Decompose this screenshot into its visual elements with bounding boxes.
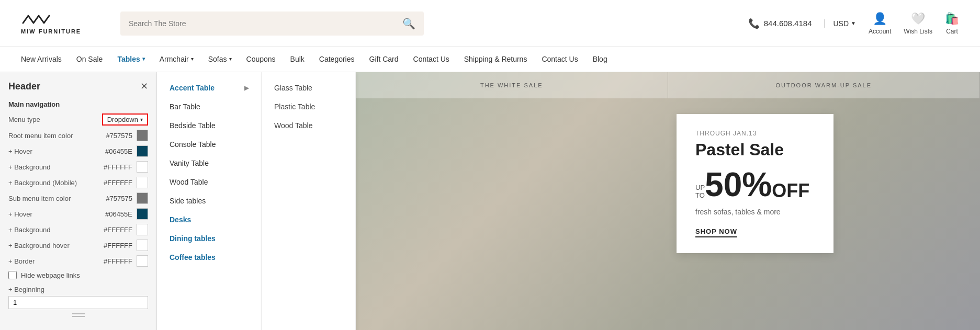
menu-item-wood-table[interactable]: Wood Table: [157, 173, 261, 191]
search-input[interactable]: [129, 19, 402, 28]
menu-item-dining-tables[interactable]: Dining tables: [157, 229, 261, 248]
menu-item-bedside-table[interactable]: Bedside Table: [157, 116, 261, 135]
wishlist-button[interactable]: 🤍 Wish Lists: [904, 12, 932, 35]
tables-menu: Accent Table ▶ Bar Table Bedside Table C…: [157, 72, 262, 330]
sub-hover-value: #06455E: [96, 210, 132, 218]
bag-icon: 🛍️: [945, 12, 959, 26]
nav-item-armchair[interactable]: Armchair ▾: [160, 47, 194, 72]
search-bar: 🔍: [120, 12, 424, 36]
background-row: + Background #FFFFFF: [8, 161, 148, 173]
left-panel: Header ✕ Main navigation Menu type Dropd…: [0, 72, 157, 330]
beginning-section: + Beginning: [8, 285, 148, 309]
brand-name: MIW FURNITURE: [21, 28, 81, 35]
root-color-swatch[interactable]: [137, 130, 148, 141]
border-swatch[interactable]: [137, 255, 148, 267]
hero-area: THE WHITE SALE OUTDOOR WARM-UP SALE THRO…: [356, 72, 980, 330]
shop-now-button[interactable]: SHOP NOW: [695, 227, 737, 237]
wishlist-label: Wish Lists: [904, 28, 932, 35]
hero-background: [356, 72, 980, 330]
menu-item-side-tables[interactable]: Side tables: [157, 191, 261, 210]
background-hover-row: + Background hover #FFFFFF: [8, 240, 148, 251]
phone-number: 844.608.4184: [764, 19, 812, 28]
account-button[interactable]: 👤 Account: [869, 12, 891, 35]
nav-item-contact-2[interactable]: Contact Us: [542, 47, 578, 72]
header-right: 📞 844.608.4184 USD ▼ 👤 Account 🤍 Wish Li…: [748, 12, 959, 35]
hover-swatch[interactable]: [137, 145, 148, 157]
background-swatch[interactable]: [137, 161, 148, 173]
sub-hover-row: + Hover #06455E: [8, 208, 148, 220]
nav-item-shipping[interactable]: Shipping & Returns: [464, 47, 527, 72]
hide-links-checkbox[interactable]: [8, 271, 17, 279]
background-mobile-label: + Background (Mobile): [8, 179, 92, 187]
nav-item-bulk[interactable]: Bulk: [290, 47, 305, 72]
promo-upto: UP TO: [695, 184, 705, 199]
promo-date: THROUGH JAN.13: [695, 130, 815, 137]
background-mobile-swatch[interactable]: [137, 177, 148, 188]
nav-item-on-sale[interactable]: On Sale: [76, 47, 103, 72]
sub-hover-swatch[interactable]: [137, 208, 148, 220]
close-panel-button[interactable]: ✕: [140, 81, 148, 92]
menu-item-vanity-table[interactable]: Vanity Table: [157, 154, 261, 173]
banner-outdoor-sale: OUTDOOR WARM-UP SALE: [668, 72, 981, 98]
promo-title: Pastel Sale: [695, 140, 815, 160]
promo-percent: 50%: [705, 168, 772, 201]
beginning-input[interactable]: [8, 296, 148, 309]
border-value: #FFFFFF: [96, 257, 132, 265]
nav-item-categories[interactable]: Categories: [319, 47, 355, 72]
scrollbar-lines: [72, 313, 85, 317]
sub-color-row: Sub menu item color #757575: [8, 192, 148, 204]
search-icon[interactable]: 🔍: [402, 17, 415, 30]
nav-item-tables[interactable]: Tables ▾: [117, 47, 144, 72]
panel-header: Header ✕: [8, 81, 148, 92]
beginning-label: + Beginning: [8, 286, 44, 293]
menu-item-bar-table[interactable]: Bar Table: [157, 97, 261, 116]
main-layout: Header ✕ Main navigation Menu type Dropd…: [0, 72, 980, 330]
hover-row: + Hover #06455E: [8, 145, 148, 157]
promo-discount: UP TO 50% OFF: [695, 168, 815, 201]
background-hover-swatch[interactable]: [137, 240, 148, 251]
hide-links-label: Hide webpage links: [21, 271, 80, 279]
menu-item-coffee-tables[interactable]: Coffee tables: [157, 248, 261, 267]
background-mobile-row: + Background (Mobile) #FFFFFF: [8, 177, 148, 188]
tables-caret-icon: ▾: [142, 56, 145, 62]
nav-item-gift-card[interactable]: Gift Card: [369, 47, 399, 72]
border-row: + Border #FFFFFF: [8, 255, 148, 267]
root-color-value: #757575: [96, 132, 132, 140]
sub-color-swatch[interactable]: [137, 192, 148, 204]
sofas-caret-icon: ▾: [229, 56, 232, 62]
nav-item-contact-1[interactable]: Contact Us: [413, 47, 449, 72]
submenu-item-glass-table[interactable]: Glass Table: [262, 78, 355, 97]
logo[interactable]: MIW FURNITURE: [21, 12, 105, 35]
accent-table-submenu: Glass Table Plastic Table Wood Table: [262, 72, 356, 330]
armchair-caret-icon: ▾: [191, 56, 194, 62]
menu-item-accent-table[interactable]: Accent Table ▶: [157, 78, 261, 97]
menu-item-console-table[interactable]: Console Table: [157, 135, 261, 154]
menu-item-desks[interactable]: Desks: [157, 210, 261, 229]
promo-off: OFF: [772, 180, 809, 201]
sub-hover-label: + Hover: [8, 210, 92, 218]
nav-item-new-arrivals[interactable]: New Arrivals: [21, 47, 62, 72]
submenu-item-wood-table[interactable]: Wood Table: [262, 116, 355, 135]
currency-caret-icon: ▼: [851, 20, 856, 26]
nav-item-coupons[interactable]: Coupons: [246, 47, 276, 72]
currency-selector[interactable]: USD ▼: [824, 19, 855, 28]
cart-button[interactable]: 🛍️ Cart: [945, 12, 959, 35]
nav-item-blog[interactable]: Blog: [593, 47, 607, 72]
hide-links-row: Hide webpage links: [8, 271, 148, 279]
phone-icon: 📞: [748, 18, 760, 29]
nav-item-sofas[interactable]: Sofas ▾: [208, 47, 232, 72]
hover-value: #06455E: [96, 147, 132, 155]
sub-color-value: #757575: [96, 195, 132, 202]
header: MIW FURNITURE 🔍 📞 844.608.4184 USD ▼ 👤 A…: [0, 0, 980, 47]
sub-background-swatch[interactable]: [137, 224, 148, 235]
background-hover-value: #FFFFFF: [96, 242, 132, 249]
logo-waves-icon: [21, 12, 52, 26]
menu-type-dropdown[interactable]: Dropdown ▾: [102, 113, 148, 126]
submenu-item-plastic-table[interactable]: Plastic Table: [262, 97, 355, 116]
background-hover-label: + Background hover: [8, 242, 92, 249]
nav-bar: New Arrivals On Sale Tables ▾ Armchair ▾…: [0, 47, 980, 72]
account-label: Account: [869, 28, 891, 35]
hero-banners: THE WHITE SALE OUTDOOR WARM-UP SALE: [356, 72, 980, 98]
root-color-row: Root menu item color #757575: [8, 130, 148, 141]
banner-white-sale: THE WHITE SALE: [356, 72, 668, 98]
